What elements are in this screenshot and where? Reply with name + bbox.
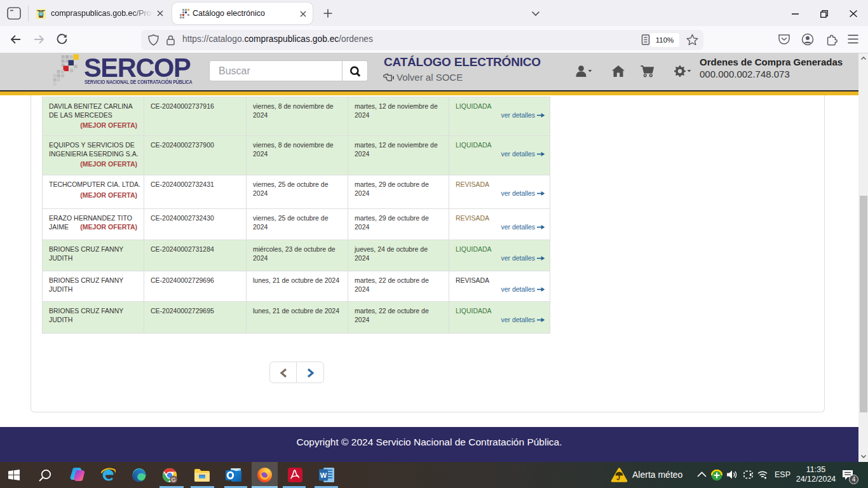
svg-text:W: W xyxy=(320,471,327,479)
svg-text:G: G xyxy=(171,477,175,483)
